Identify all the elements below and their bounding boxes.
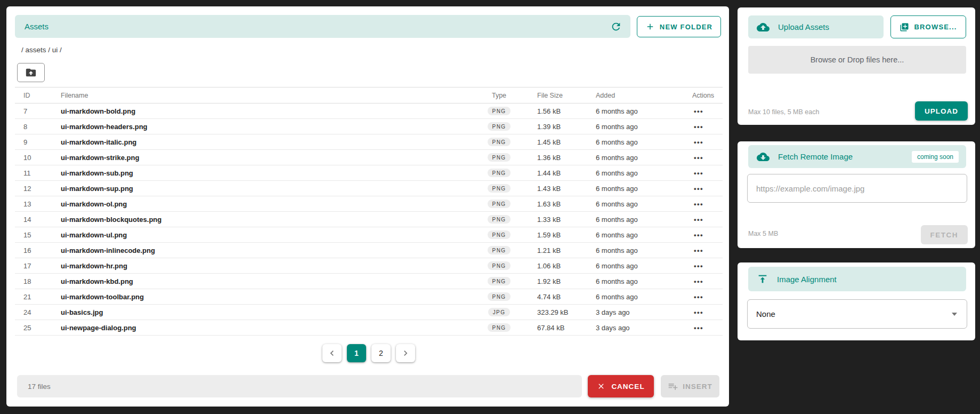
new-folder-button[interactable]: NEW FOLDER: [637, 16, 721, 37]
table-row[interactable]: 7ui-markdown-bold.pngPNG1.56 kB6 months …: [15, 104, 723, 119]
cell-added: 6 months ago: [584, 258, 675, 274]
breadcrumb[interactable]: / assets / ui /: [21, 46, 62, 54]
plus-icon: [645, 22, 655, 31]
alignment-panel-title: Image Alignment: [777, 275, 837, 284]
row-actions-button[interactable]: •••: [694, 185, 703, 193]
cell-filename: ui-markdown-inlinecode.png: [52, 243, 474, 258]
row-actions-button[interactable]: •••: [694, 169, 703, 177]
cell-added: 6 months ago: [584, 104, 675, 119]
file-count-bar: 17 files: [17, 375, 582, 397]
row-actions-button[interactable]: •••: [694, 277, 703, 285]
table-row[interactable]: 13ui-markdown-ol.pngPNG1.63 kB6 months a…: [15, 196, 723, 212]
cell-added: 3 days ago: [584, 320, 675, 336]
row-actions-button[interactable]: •••: [694, 324, 703, 332]
row-actions-button[interactable]: •••: [694, 308, 703, 316]
row-actions-button[interactable]: •••: [694, 246, 703, 254]
table-row[interactable]: 25ui-newpage-dialog.pngPNG67.84 kB3 days…: [15, 320, 723, 336]
alignment-select[interactable]: None: [747, 299, 967, 329]
table-row[interactable]: 8ui-markdown-headers.pngPNG1.39 kB6 mont…: [15, 119, 723, 134]
row-actions-button[interactable]: •••: [694, 293, 703, 301]
asset-table: ID Filename Type File Size Added Actions…: [15, 87, 723, 336]
file-type-badge: PNG: [488, 277, 511, 285]
cell-size: 1.21 kB: [524, 243, 584, 258]
file-dropzone[interactable]: Browse or Drop files here...: [748, 46, 966, 74]
row-actions-button[interactable]: •••: [694, 262, 703, 270]
cell-actions: •••: [675, 227, 723, 243]
page-button-2[interactable]: 2: [371, 344, 391, 362]
table-row[interactable]: 21ui-markdown-toolbar.pngPNG4.74 kB6 mon…: [15, 289, 723, 305]
row-actions-button[interactable]: •••: [694, 231, 703, 239]
cell-added: 6 months ago: [584, 289, 675, 305]
cell-filename: ui-markdown-hr.png: [52, 258, 474, 274]
cell-actions: •••: [675, 258, 723, 274]
cancel-button[interactable]: CANCEL: [588, 375, 654, 397]
cell-added: 6 months ago: [584, 212, 675, 227]
cell-actions: •••: [675, 243, 723, 258]
table-row[interactable]: 18ui-markdown-kbd.pngPNG1.92 kB6 months …: [15, 274, 723, 289]
row-actions-button[interactable]: •••: [694, 138, 703, 146]
table-row[interactable]: 10ui-markdown-strike.pngPNG1.36 kB6 mont…: [15, 150, 723, 165]
file-type-badge: PNG: [488, 323, 511, 332]
page-button-1[interactable]: 1: [347, 344, 366, 362]
table-row[interactable]: 11ui-markdown-sub.pngPNG1.44 kB6 months …: [15, 165, 723, 181]
cell-type: PNG: [474, 134, 524, 150]
cell-id: 10: [15, 150, 52, 165]
chevron-down-icon: [952, 313, 957, 316]
cell-actions: •••: [675, 196, 723, 212]
cell-filename: ui-markdown-ol.png: [52, 196, 474, 212]
fetch-button: FETCH: [921, 225, 968, 244]
row-actions-button[interactable]: •••: [694, 123, 703, 131]
cell-size: 1.59 kB: [524, 227, 584, 243]
cell-filename: ui-markdown-strike.png: [52, 150, 474, 165]
table-row[interactable]: 17ui-markdown-hr.pngPNG1.06 kB6 months a…: [15, 258, 723, 274]
table-row[interactable]: 24ui-basics.jpgJPG323.29 kB3 days ago•••: [15, 305, 723, 320]
upload-limit-text: Max 10 files, 5 MB each: [748, 108, 819, 116]
cell-size: 1.44 kB: [524, 165, 584, 181]
align-top-icon: [757, 273, 768, 285]
folder-up-button[interactable]: [17, 63, 45, 82]
asset-table-body: 7ui-markdown-bold.pngPNG1.56 kB6 months …: [15, 104, 723, 336]
library-add-icon: [900, 22, 909, 32]
cloud-download-icon: [757, 150, 770, 163]
cell-actions: •••: [675, 274, 723, 289]
next-page-button[interactable]: [396, 344, 415, 362]
cell-added: 6 months ago: [584, 119, 675, 134]
cell-type: PNG: [474, 243, 524, 258]
cell-filename: ui-markdown-bold.png: [52, 104, 474, 119]
file-type-badge: PNG: [488, 122, 511, 131]
row-actions-button[interactable]: •••: [694, 107, 703, 115]
browse-button[interactable]: BROWSE...: [890, 15, 966, 38]
remote-url-input[interactable]: [747, 174, 967, 203]
cell-actions: •••: [675, 181, 723, 196]
upload-button[interactable]: UPLOAD: [915, 101, 968, 121]
cell-filename: ui-markdown-toolbar.png: [52, 289, 474, 305]
close-icon: [597, 382, 605, 391]
row-actions-button[interactable]: •••: [694, 154, 703, 162]
table-row[interactable]: 16ui-markdown-inlinecode.pngPNG1.21 kB6 …: [15, 243, 723, 258]
cell-type: PNG: [474, 227, 524, 243]
cell-added: 3 days ago: [584, 305, 675, 320]
table-row[interactable]: 9ui-markdown-italic.pngPNG1.45 kB6 month…: [15, 134, 723, 150]
file-type-badge: PNG: [488, 200, 511, 208]
cell-added: 6 months ago: [584, 274, 675, 289]
fetch-panel-title: Fetch Remote Image: [778, 152, 853, 161]
cell-size: 1.36 kB: [524, 150, 584, 165]
cell-type: PNG: [474, 181, 524, 196]
assets-dialog: Assets NEW FOLDER / assets / ui / ID: [6, 6, 729, 407]
cell-type: PNG: [474, 150, 524, 165]
cell-type: PNG: [474, 196, 524, 212]
row-actions-button[interactable]: •••: [694, 200, 703, 208]
file-type-badge: PNG: [488, 292, 511, 301]
file-type-badge: PNG: [488, 246, 511, 254]
cell-actions: •••: [675, 212, 723, 227]
cell-id: 18: [15, 274, 52, 289]
file-type-badge: JPG: [488, 308, 511, 316]
table-row[interactable]: 14ui-markdown-blockquotes.pngPNG1.33 kB6…: [15, 212, 723, 227]
cell-size: 1.63 kB: [524, 196, 584, 212]
table-header-row: ID Filename Type File Size Added Actions: [15, 87, 723, 104]
refresh-button[interactable]: [610, 21, 622, 33]
prev-page-button[interactable]: [322, 344, 342, 362]
table-row[interactable]: 15ui-markdown-ul.pngPNG1.59 kB6 months a…: [15, 227, 723, 243]
table-row[interactable]: 12ui-markdown-sup.pngPNG1.43 kB6 months …: [15, 181, 723, 196]
row-actions-button[interactable]: •••: [694, 216, 703, 224]
